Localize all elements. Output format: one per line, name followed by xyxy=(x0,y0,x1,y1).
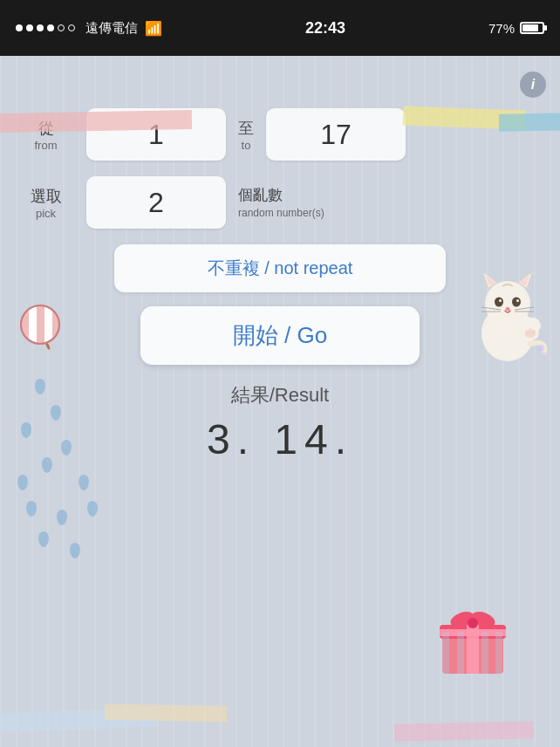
main-content: i 從 from 至 to 選取 pick 個亂數 ran xyxy=(0,56,560,747)
signal-dot-1 xyxy=(16,24,23,31)
gift-svg xyxy=(438,607,508,677)
go-button[interactable]: 開始 / Go xyxy=(140,306,420,365)
signal-dot-6 xyxy=(68,24,75,31)
raindrop-10 xyxy=(87,501,98,517)
info-button[interactable]: i xyxy=(520,72,546,98)
svg-rect-4 xyxy=(37,305,44,344)
tape-decoration-top xyxy=(0,112,560,136)
svg-point-29 xyxy=(541,352,546,357)
svg-point-25 xyxy=(525,330,529,333)
svg-point-8 xyxy=(485,281,530,326)
svg-point-17 xyxy=(506,307,510,311)
tape-bottom-2 xyxy=(105,704,227,722)
candy-svg xyxy=(12,291,73,353)
raindrop-9 xyxy=(57,510,67,525)
gift-decoration xyxy=(438,607,508,677)
not-repeat-button[interactable]: 不重複 / not repeat xyxy=(114,244,446,292)
result-label: 結果/Result xyxy=(17,382,543,408)
svg-point-15 xyxy=(499,299,502,302)
info-icon: i xyxy=(531,77,535,93)
battery-icon xyxy=(520,22,544,34)
raindrop-8 xyxy=(26,501,37,517)
signal-dot-5 xyxy=(58,24,65,31)
svg-rect-39 xyxy=(457,632,464,674)
svg-point-16 xyxy=(516,299,519,302)
signal-dot-3 xyxy=(37,24,44,31)
tape-bottom-3 xyxy=(394,722,534,742)
svg-point-13 xyxy=(495,298,503,307)
result-value: 3. 14. xyxy=(17,415,543,463)
raindrop-12 xyxy=(70,543,80,559)
signal-dot-4 xyxy=(47,24,54,31)
svg-rect-38 xyxy=(442,632,449,674)
svg-point-28 xyxy=(537,345,544,352)
tape-blue xyxy=(499,113,560,131)
svg-rect-40 xyxy=(481,632,488,674)
clock: 22:43 xyxy=(305,19,345,38)
pick-input[interactable] xyxy=(86,176,226,229)
raindrop-6 xyxy=(17,475,28,490)
battery-fill xyxy=(522,24,538,31)
raindrop-5 xyxy=(42,457,52,473)
carrier-name: 遠傳電信 xyxy=(85,20,138,37)
pick-label: 選取 pick xyxy=(17,186,74,220)
signal-dot-2 xyxy=(26,24,33,31)
wifi-icon: 📶 xyxy=(145,20,162,37)
signal-dots xyxy=(16,24,75,31)
cat-svg xyxy=(464,257,551,370)
pick-row: 選取 pick 個亂數 random number(s) xyxy=(17,176,543,229)
status-right: 77% xyxy=(488,21,544,36)
svg-point-27 xyxy=(532,330,536,333)
raindrop-7 xyxy=(79,475,89,490)
svg-point-26 xyxy=(529,328,532,332)
cat-decoration xyxy=(464,257,551,370)
random-label: 個亂數 random number(s) xyxy=(238,185,324,221)
tape-pink xyxy=(0,110,192,133)
raindrop-11 xyxy=(38,531,49,547)
battery-box xyxy=(520,22,544,34)
status-bar: 遠傳電信 📶 22:43 77% xyxy=(0,0,560,56)
battery-percent: 77% xyxy=(488,21,515,36)
svg-point-14 xyxy=(512,298,521,307)
candy-decoration xyxy=(12,291,73,353)
svg-point-36 xyxy=(468,618,478,628)
svg-rect-41 xyxy=(495,632,502,674)
status-left: 遠傳電信 📶 xyxy=(16,20,162,37)
